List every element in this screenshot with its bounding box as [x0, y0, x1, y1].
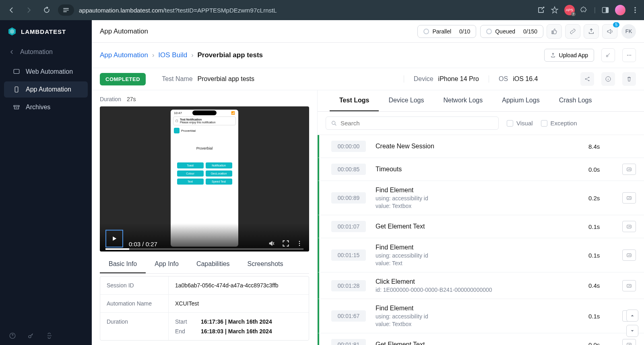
- screenshot-icon[interactable]: [622, 164, 636, 175]
- video-menu-icon[interactable]: [295, 239, 303, 247]
- announce-icon[interactable]: 5: [602, 24, 617, 39]
- video-time: 0:03 / 0:27: [129, 241, 157, 247]
- exception-checkbox[interactable]: Exception: [541, 120, 577, 127]
- forward-button[interactable]: [23, 4, 35, 17]
- log-duration: 0.4s: [588, 282, 606, 289]
- log-row[interactable]: 00:01:67Find Elementusing: accessibility…: [318, 299, 644, 333]
- scroll-up-button[interactable]: [626, 310, 638, 322]
- search-input[interactable]: [341, 120, 493, 127]
- video-progress[interactable]: [105, 248, 303, 250]
- tab-basic-info[interactable]: Basic Info: [100, 256, 146, 273]
- sidebar-item-app-automation[interactable]: App Automation: [4, 81, 88, 98]
- mute-icon[interactable]: [268, 239, 276, 247]
- parallel-pill[interactable]: Parallel 0/10: [417, 25, 476, 38]
- reload-button[interactable]: [40, 4, 53, 17]
- svg-rect-23: [627, 225, 632, 229]
- help-icon[interactable]: [9, 332, 16, 339]
- log-row[interactable]: 00:00:00Create New Session8.4s: [318, 135, 644, 158]
- tab-test-logs[interactable]: Test Logs: [330, 90, 379, 111]
- sidebar-item-label: Web Automation: [26, 68, 73, 75]
- svg-point-19: [299, 245, 300, 246]
- duration-label: Duration: [100, 96, 121, 102]
- queued-pill[interactable]: Queued 0/150: [480, 25, 543, 38]
- log-duration: 0.1s: [588, 223, 606, 230]
- log-row[interactable]: 00:01:07Get Element Text0.1s: [318, 215, 644, 238]
- breadcrumb-app-automation[interactable]: App Automation: [100, 51, 148, 59]
- share-icon[interactable]: [584, 24, 599, 39]
- panel-icon[interactable]: [601, 6, 609, 14]
- sidebar-item-web-automation[interactable]: Web Automation: [4, 64, 88, 80]
- search-box[interactable]: [326, 116, 499, 130]
- screenshot-icon[interactable]: [622, 280, 636, 291]
- log-duration: 0.2s: [588, 195, 606, 202]
- play-button[interactable]: [105, 230, 123, 247]
- extensions-icon[interactable]: [580, 6, 588, 14]
- video-player[interactable]: 10:47📶 ▢Test NotificationPlease enjoy th…: [100, 106, 309, 251]
- tab-capabilities[interactable]: Capabilities: [188, 256, 239, 273]
- site-info-icon[interactable]: [58, 4, 74, 16]
- screenshot-icon[interactable]: [622, 221, 636, 232]
- log-row[interactable]: 00:00:89Find Elementusing: accessibility…: [318, 181, 644, 215]
- url-domain: appautomation.lambdatest.com: [79, 7, 163, 14]
- os-name: iOS 16.4: [513, 75, 538, 83]
- info-icon[interactable]: [601, 72, 615, 86]
- more-button[interactable]: [622, 48, 636, 62]
- browser-chrome: appautomation.lambdatest.com/test?testID…: [0, 0, 644, 20]
- search-icon: [331, 120, 337, 127]
- extension-badge: 7: [571, 12, 576, 16]
- chevron-right-icon: ›: [191, 52, 193, 59]
- tab-app-info[interactable]: App Info: [146, 256, 188, 273]
- screenshot-icon[interactable]: [622, 192, 636, 204]
- log-duration: 8.4s: [588, 143, 606, 150]
- log-row[interactable]: 00:01:15Find Elementusing: accessibility…: [318, 238, 644, 272]
- link-icon[interactable]: [565, 24, 580, 39]
- visual-checkbox[interactable]: Visual: [507, 120, 533, 127]
- breadcrumb-ios-build[interactable]: IOS Build: [158, 51, 187, 59]
- thumbs-icon[interactable]: [547, 24, 562, 39]
- log-title: Get Element Text: [376, 341, 588, 345]
- back-button[interactable]: [5, 4, 18, 17]
- url-bar[interactable]: appautomation.lambdatest.com/test?testID…: [79, 7, 532, 14]
- chevron-right-icon: ›: [152, 52, 154, 59]
- log-time: 00:00:00: [331, 141, 366, 152]
- sidebar-back[interactable]: Automation: [0, 44, 92, 63]
- delete-icon[interactable]: [622, 72, 636, 86]
- svg-rect-22: [627, 197, 632, 200]
- sidebar-item-archives[interactable]: Archives: [4, 99, 88, 115]
- install-icon[interactable]: [537, 6, 545, 14]
- menu-icon[interactable]: [631, 6, 639, 14]
- screenshot-icon[interactable]: [622, 339, 636, 345]
- tab-crash-logs[interactable]: Crash Logs: [549, 90, 602, 111]
- status-badge: COMPLETED: [100, 73, 146, 85]
- topbar: App Automation Parallel 0/10 Queued 0/15…: [92, 20, 644, 43]
- breadcrumb-row: App Automation › IOS Build › Proverbial …: [92, 43, 644, 68]
- screenshot-icon[interactable]: [622, 249, 636, 261]
- tab-screenshots[interactable]: Screenshots: [239, 256, 292, 273]
- log-time: 00:00:89: [331, 192, 366, 204]
- user-avatar[interactable]: FK: [621, 24, 636, 39]
- log-row[interactable]: 00:00:85Timeouts0.0s: [318, 158, 644, 181]
- log-row[interactable]: 00:01:28Click Elementid: 1E000000-0000-0…: [318, 272, 644, 299]
- svg-point-2: [634, 7, 636, 8]
- tab-device-logs[interactable]: Device Logs: [379, 90, 433, 111]
- sidebar-back-label: Automation: [20, 48, 53, 56]
- key-icon[interactable]: [27, 332, 35, 339]
- star-icon[interactable]: [551, 6, 559, 14]
- key-button[interactable]: [601, 48, 615, 62]
- share-test-icon[interactable]: [580, 72, 594, 86]
- duration-value: 27s: [127, 96, 136, 102]
- log-row[interactable]: 00:01:81Get Element Text0.0s: [318, 333, 644, 345]
- extension-icon[interactable]: APS7: [564, 5, 575, 15]
- log-title: Create New Session: [376, 143, 588, 150]
- log-tabs: Test Logs Device Logs Network Logs Appiu…: [318, 90, 644, 112]
- tab-network-logs[interactable]: Network Logs: [433, 90, 492, 111]
- tab-appium-logs[interactable]: Appium Logs: [492, 90, 549, 111]
- integrations-icon[interactable]: [46, 332, 53, 339]
- phone-button: Speed Test: [206, 179, 232, 185]
- upload-app-button[interactable]: Upload App: [544, 49, 594, 62]
- svg-point-18: [299, 243, 300, 244]
- scroll-down-button[interactable]: [626, 325, 638, 337]
- brand-logo[interactable]: LAMBDATEST: [0, 20, 92, 44]
- fullscreen-icon[interactable]: [282, 239, 290, 247]
- profile-avatar[interactable]: [615, 5, 625, 15]
